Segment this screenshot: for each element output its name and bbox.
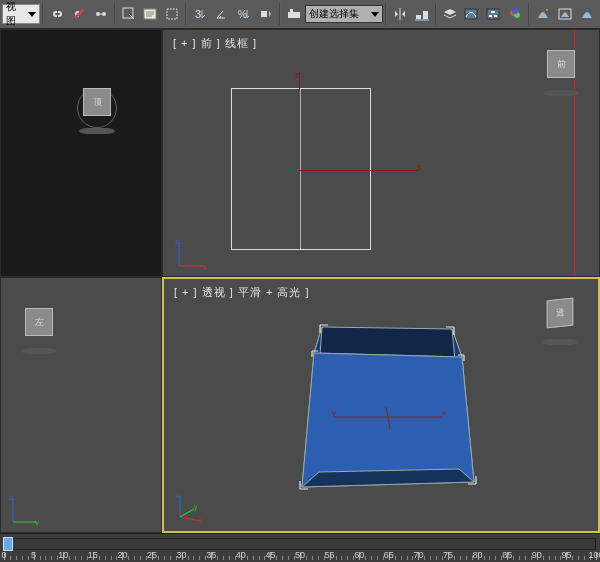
timeline-tick: [466, 556, 467, 560]
curve-editor-icon[interactable]: [461, 4, 481, 24]
viewport-front[interactable]: [ + ] 前 ] 线框 ] 前 x z: [162, 29, 600, 277]
timeline-tick-label: 60: [354, 550, 364, 560]
timeline-tick-label: 90: [532, 550, 542, 560]
edit-named-sel-icon[interactable]: [284, 4, 304, 24]
timeline-tick: [306, 556, 307, 560]
timeline-tick: [336, 556, 337, 560]
timeline-tick: [460, 556, 461, 560]
viewport-area: 顶 [ + ] 前 ] 线框 ] 前: [0, 29, 600, 533]
chevron-down-icon: [28, 12, 36, 17]
timeline-tick: [10, 556, 11, 560]
viewcube[interactable]: 前: [541, 50, 581, 90]
timeline-tick: [436, 556, 437, 560]
toolbar-separator: [114, 3, 116, 25]
timeline-tick-label: 0: [1, 550, 6, 560]
timeline-tick: [51, 556, 52, 560]
unlink-icon[interactable]: [69, 4, 89, 24]
axis-gizmo: x z y: [174, 489, 208, 523]
timeline-tick: [555, 556, 556, 560]
spinner-snap-icon[interactable]: [256, 4, 276, 24]
render-icon[interactable]: [577, 4, 597, 24]
viewcube-face: 顶: [83, 88, 111, 116]
svg-rect-15: [489, 15, 492, 17]
svg-rect-4: [167, 9, 177, 19]
svg-line-41: [180, 509, 194, 517]
svg-text:x: x: [198, 517, 202, 523]
svg-rect-11: [423, 11, 428, 19]
layers-icon[interactable]: [440, 4, 460, 24]
timeline-tick: [584, 556, 585, 560]
svg-text:y: y: [332, 408, 336, 417]
timeline-tick-label: 40: [236, 550, 246, 560]
align-icon[interactable]: [412, 4, 432, 24]
timeline-tick: [229, 556, 230, 560]
timeline-tick: [223, 556, 224, 560]
viewcube-face: 透: [547, 298, 574, 329]
selection-set-field[interactable]: 创建选择集: [305, 5, 383, 23]
svg-rect-7: [261, 11, 267, 17]
snap-3-icon[interactable]: 3: [190, 4, 210, 24]
timeline-tick-label: 15: [88, 550, 98, 560]
timeline-tick-label: 95: [561, 550, 571, 560]
name-select-icon[interactable]: [140, 4, 160, 24]
timeline-ticks: 0510152025303540455055606570758085909510…: [4, 538, 596, 560]
timeline-tick-label: 30: [177, 550, 187, 560]
svg-text:x: x: [203, 262, 207, 270]
angle-snap-icon[interactable]: [212, 4, 232, 24]
timeline-tick: [347, 556, 348, 560]
viewcube[interactable]: 顶: [77, 88, 117, 128]
view-dropdown[interactable]: 视图: [2, 4, 40, 24]
svg-point-19: [512, 8, 518, 14]
timeline-tick: [276, 556, 277, 560]
render-frame-icon[interactable]: [555, 4, 575, 24]
toolbar-separator: [279, 3, 281, 25]
link-icon[interactable]: [47, 4, 67, 24]
timeline-tick: [170, 556, 171, 560]
timeline-tick: [188, 556, 189, 560]
timeline-tick-label: 65: [384, 550, 394, 560]
viewport-top-left[interactable]: 顶: [0, 29, 162, 277]
bind-icon[interactable]: [91, 4, 111, 24]
svg-line-39: [180, 517, 200, 521]
rect-select-icon[interactable]: [162, 4, 182, 24]
viewcube[interactable]: 透: [540, 299, 580, 339]
timeline-tick: [164, 556, 165, 560]
timeline-tick: [158, 556, 159, 560]
timeline-tick: [430, 556, 431, 560]
timeline-tick: [259, 556, 260, 560]
timeline-tick-label: 50: [295, 550, 305, 560]
timeline-tick: [312, 556, 313, 560]
schematic-icon[interactable]: [483, 4, 503, 24]
viewcube[interactable]: 左: [19, 308, 59, 348]
timeline-tick: [371, 556, 372, 560]
svg-rect-14: [491, 11, 495, 13]
percent-snap-icon[interactable]: %: [234, 4, 254, 24]
render-setup-icon[interactable]: [533, 4, 553, 24]
timeline-tick: [217, 556, 218, 560]
svg-rect-13: [487, 9, 499, 19]
viewport-perspective[interactable]: [ + ] 透视 ] 平滑 + 高光 ] 透: [162, 277, 600, 533]
select-icon[interactable]: [119, 4, 139, 24]
material-editor-icon[interactable]: [505, 4, 525, 24]
timeline-tick: [525, 556, 526, 560]
timeline-tick: [519, 556, 520, 560]
toolbar-separator: [528, 3, 530, 25]
timeline-tick-label: 20: [117, 550, 127, 560]
timeline-tick-label: 85: [502, 550, 512, 560]
svg-marker-34: [302, 469, 474, 487]
timeline-tick: [513, 556, 514, 560]
timeline-tick: [282, 556, 283, 560]
app-root: 视图 3 % 创建选择集: [0, 0, 600, 562]
viewport-left[interactable]: 左 y z: [0, 277, 162, 533]
svg-rect-12: [465, 9, 477, 19]
timeline-tick: [578, 556, 579, 560]
timeline-tick: [111, 556, 112, 560]
toolbar-separator: [42, 3, 44, 25]
timeline-tick: [81, 556, 82, 560]
timeline-tick: [45, 556, 46, 560]
svg-text:%: %: [238, 9, 247, 20]
timeline-tick: [199, 556, 200, 560]
timeline[interactable]: 0510152025303540455055606570758085909510…: [0, 533, 600, 562]
timeline-tick: [22, 556, 23, 560]
mirror-icon[interactable]: [390, 4, 410, 24]
